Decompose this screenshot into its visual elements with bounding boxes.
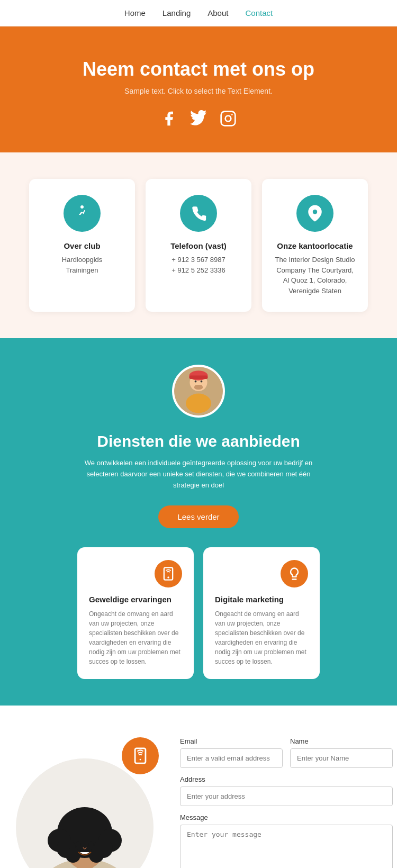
card-phone-numbers: + 912 3 567 8987+ 912 5 252 3336 <box>156 255 241 275</box>
svg-point-11 <box>201 381 203 383</box>
twitter-icon[interactable] <box>190 110 207 131</box>
cards-section: Over club HardloopgidsTrainingen Telefoo… <box>0 152 397 338</box>
hero-section: Neem contact met ons op Sample text. Cli… <box>0 26 397 152</box>
facebook-icon[interactable] <box>160 110 177 131</box>
card-club-lines: HardloopgidsTrainingen <box>40 255 124 275</box>
svg-point-4 <box>313 210 318 214</box>
form-group-name: Name <box>290 737 393 768</box>
mobile-icon <box>155 560 182 587</box>
nav-contact[interactable]: Contact <box>245 8 273 17</box>
contact-phone-icon <box>122 737 159 774</box>
instagram-icon[interactable] <box>220 110 237 131</box>
lees-verder-button[interactable]: Lees verder <box>158 505 238 528</box>
navigation: Home Landing About Contact <box>0 0 397 26</box>
service-card-experiences: Geweldige ervaringen Ongeacht de omvang … <box>77 547 194 679</box>
hero-subtitle: Sample text. Click to select the Text El… <box>21 87 376 95</box>
service-marketing-desc: Ongeacht de omvang en aard van uw projec… <box>215 609 308 666</box>
service-marketing-title: Digitale marketing <box>215 595 308 604</box>
email-input[interactable] <box>180 748 283 768</box>
service-cards: Geweldige ervaringen Ongeacht de omvang … <box>16 547 381 679</box>
form-group-address: Address <box>180 775 393 806</box>
svg-point-27 <box>89 848 104 863</box>
svg-point-3 <box>80 205 84 209</box>
card-club: Over club HardloopgidsTrainingen <box>29 179 135 312</box>
nav-landing[interactable]: Landing <box>163 8 191 17</box>
form-group-message: Message <box>180 813 393 868</box>
email-label: Email <box>180 737 283 745</box>
location-icon <box>296 195 333 232</box>
svg-point-16 <box>140 759 141 761</box>
run-icon <box>64 195 101 232</box>
card-location: Onze kantoorlocatie The Interior Design … <box>262 179 368 312</box>
svg-point-29 <box>88 841 94 847</box>
contact-right: Email Name Address Message INDIENEN Afbe… <box>180 737 393 868</box>
svg-point-10 <box>195 381 197 383</box>
svg-rect-8 <box>190 376 208 379</box>
services-description: We ontwikkelen een individuele geïntegre… <box>77 458 320 491</box>
card-location-address: The Interior Design Studio Company The C… <box>273 255 357 296</box>
svg-point-2 <box>231 114 233 115</box>
form-row-email-name: Email Name <box>180 737 393 768</box>
card-club-title: Over club <box>40 241 124 250</box>
contact-section: Email Name Address Message INDIENEN Afbe… <box>0 706 397 868</box>
card-phone-title: Telefoon (vast) <box>156 241 241 250</box>
service-experiences-title: Geweldige ervaringen <box>89 595 182 604</box>
svg-point-28 <box>76 841 81 847</box>
form-group-email: Email <box>180 737 283 768</box>
lightbulb-icon <box>281 560 308 587</box>
svg-point-9 <box>186 394 211 413</box>
name-input[interactable] <box>290 748 393 768</box>
svg-rect-0 <box>221 112 236 126</box>
card-phone: Telefoon (vast) + 912 3 567 8987+ 912 5 … <box>146 179 251 312</box>
contact-avatar <box>16 758 154 868</box>
nav-home[interactable]: Home <box>124 8 146 17</box>
svg-point-12 <box>194 385 203 390</box>
message-textarea[interactable] <box>180 825 393 868</box>
contact-left <box>16 737 164 868</box>
name-label: Name <box>290 737 393 745</box>
address-input[interactable] <box>180 786 393 806</box>
card-location-title: Onze kantoorlocatie <box>273 241 357 250</box>
service-experiences-desc: Ongeacht de omvang en aard van uw projec… <box>89 609 182 666</box>
message-label: Message <box>180 813 393 821</box>
services-section: Diensten die we aanbieden We ontwikkelen… <box>0 338 397 706</box>
address-label: Address <box>180 775 393 783</box>
svg-point-26 <box>66 848 80 863</box>
service-card-marketing: Digitale marketing Ongeacht de omvang en… <box>203 547 320 679</box>
svg-point-1 <box>225 116 231 122</box>
phone-icon <box>180 195 217 232</box>
services-title: Diensten die we aanbieden <box>16 432 381 450</box>
hero-title: Neem contact met ons op <box>21 58 376 80</box>
services-avatar <box>172 365 225 418</box>
social-icons <box>21 110 376 131</box>
nav-about[interactable]: About <box>207 8 228 17</box>
